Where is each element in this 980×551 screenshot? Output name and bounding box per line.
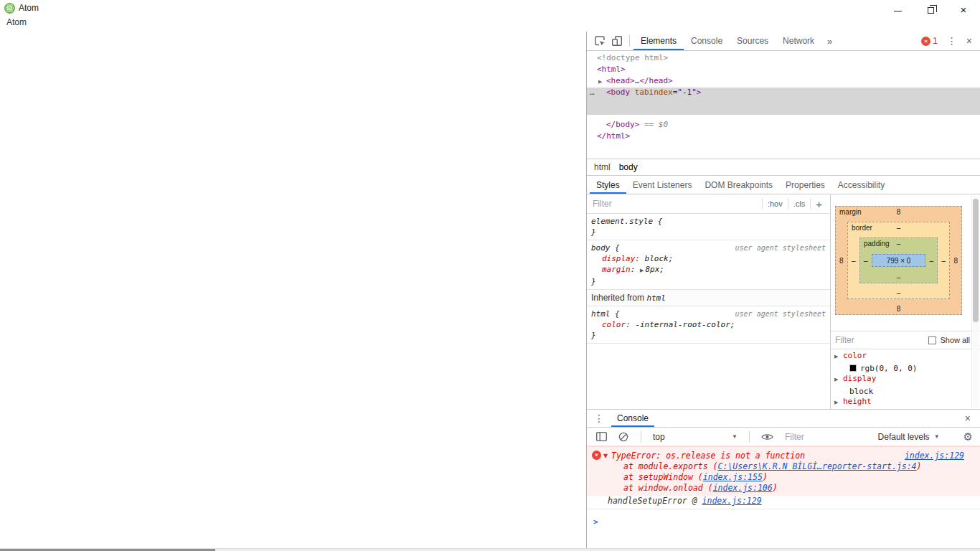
rule-selector[interactable]: html { (591, 309, 620, 319)
box-model-padding[interactable]: padding – – – – 799 × 0 (859, 237, 938, 283)
dom-node[interactable]: <!doctype html> (587, 53, 980, 65)
stack-frame-link[interactable]: index.js:106 (713, 483, 773, 493)
margin-bottom-value[interactable]: 8 (836, 305, 961, 313)
code-token: </head> (639, 76, 672, 85)
stack-frame-text: ) (773, 483, 778, 493)
rule-selector[interactable]: element.style { (591, 216, 662, 227)
log-levels-dropdown[interactable]: Default levels ▼ (878, 432, 958, 442)
expand-arrow-icon[interactable]: ▶ (834, 377, 838, 382)
box-model-content[interactable]: 799 × 0 (872, 254, 925, 267)
expand-arrow-icon[interactable]: ▶ (834, 400, 838, 405)
css-property[interactable]: display: block; (591, 253, 827, 264)
margin-right-value[interactable]: 8 (953, 257, 958, 265)
new-style-rule-button[interactable]: + (810, 198, 829, 209)
stylesheet-origin: user agent stylesheet (735, 309, 827, 319)
devtools-tab-network[interactable]: Network (776, 32, 821, 50)
border-bottom-value[interactable]: – (848, 289, 949, 297)
error-message: TypeError: os.release is not a function (611, 451, 805, 461)
css-property[interactable]: margin: ▶8px; (591, 264, 827, 276)
window-controls: × (881, 0, 980, 19)
dom-node[interactable]: <html> (587, 65, 980, 76)
error-source-link[interactable]: index.js:129 (905, 450, 964, 461)
kebab-menu-icon[interactable]: ⋮ (947, 35, 957, 47)
devtools-tab-elements[interactable]: Elements (633, 32, 684, 50)
expand-arrow-icon[interactable]: ▶ (640, 268, 644, 273)
device-toolbar-button[interactable] (608, 32, 626, 50)
computed-filter-input[interactable] (835, 335, 928, 345)
console-drawer-tab[interactable]: Console (611, 410, 654, 427)
devtools-close-icon[interactable]: × (966, 35, 972, 47)
error-message-row[interactable]: × ▼ TypeError: os.release is not a funct… (587, 450, 980, 461)
devtools-tab-sources[interactable]: Sources (730, 32, 776, 50)
border-top-value[interactable]: – (848, 224, 949, 232)
stack-frame-text: ) (763, 472, 768, 482)
code-token: <body (606, 88, 630, 97)
stack-frame-link[interactable]: index.js:155 (703, 472, 763, 482)
padding-right-value[interactable]: – (929, 257, 933, 265)
expand-caret-icon[interactable]: ▼ (603, 451, 608, 462)
pseudo-state-toggle[interactable]: :hov (762, 198, 788, 209)
code-token: <head> (606, 76, 635, 85)
class-toggle[interactable]: .cls (788, 198, 811, 209)
clear-console-icon[interactable] (615, 428, 632, 446)
expand-arrow-icon[interactable]: ▶ (834, 354, 838, 359)
dom-node-selected[interactable]: …<body tabindex="-1"> (587, 88, 980, 115)
console-settings-gear-icon[interactable]: ⚙ (963, 430, 974, 443)
padding-top-value[interactable]: – (860, 240, 937, 248)
close-button[interactable]: × (947, 0, 980, 19)
stack-frame-link[interactable]: C:\Users\K.R.N BİLGİ…reporter-start.js:4 (718, 461, 917, 471)
error-icon: × (592, 451, 601, 460)
border-right-value[interactable]: – (941, 257, 946, 265)
rule-selector[interactable]: body { (591, 242, 620, 253)
inspect-element-button[interactable] (591, 32, 608, 50)
padding-left-value[interactable]: – (864, 257, 868, 265)
code-token: </body> (606, 120, 639, 129)
dom-node[interactable]: </html> (587, 131, 980, 143)
box-model-margin[interactable]: margin 8 8 8 8 border – – – – padding – (835, 206, 962, 315)
console-kebab-menu-icon[interactable]: ⋮ (587, 413, 611, 424)
more-tabs-button[interactable]: » (821, 36, 838, 47)
console-prompt[interactable]: > (587, 509, 980, 527)
breadcrumb-body[interactable]: body (615, 162, 642, 172)
margin-left-value[interactable]: 8 (839, 257, 844, 265)
error-count-badge[interactable]: × 1 (921, 36, 938, 46)
computed-value-text: block (849, 387, 873, 396)
tab-accessibility[interactable]: Accessibility (831, 176, 891, 194)
devtools-tab-console[interactable]: Console (684, 32, 730, 50)
breadcrumb-html[interactable]: html (590, 162, 615, 172)
dom-node[interactable]: ▶<head>…</head> (587, 76, 980, 88)
eye-icon[interactable] (758, 428, 776, 446)
tab-styles[interactable]: Styles (590, 176, 626, 194)
scrollbar-thumb[interactable] (973, 199, 979, 322)
show-all-checkbox[interactable] (928, 336, 936, 344)
console-filter-input[interactable] (785, 432, 873, 442)
tab-dom-breakpoints[interactable]: DOM Breakpoints (698, 176, 779, 194)
menu-item-atom[interactable]: Atom (6, 17, 27, 27)
computed-property-display[interactable]: ▶display (831, 374, 971, 385)
box-model-diagram: margin 8 8 8 8 border – – – – padding – (835, 206, 962, 315)
sidebar-scrollbar[interactable] (971, 196, 979, 408)
maximize-button[interactable] (914, 0, 947, 19)
tab-event-listeners[interactable]: Event Listeners (626, 176, 699, 194)
margin-top-value[interactable]: 8 (836, 208, 961, 216)
console-sidebar-toggle-icon[interactable] (593, 428, 610, 446)
horizontal-scrollbar[interactable] (0, 548, 980, 551)
computed-property-color[interactable]: ▶color (831, 351, 971, 362)
chevron-down-icon: ▼ (732, 433, 738, 440)
code-token: tabindex (630, 88, 673, 97)
styles-filter-input[interactable] (593, 199, 762, 209)
minimize-button[interactable] (881, 0, 914, 19)
computed-property-height[interactable]: ▶height (831, 397, 971, 408)
execution-context-selector[interactable]: top ▼ (650, 432, 740, 442)
styles-filter-row: :hov .cls + (587, 194, 830, 214)
border-left-value[interactable]: – (852, 257, 856, 265)
inherited-from-link[interactable]: html (646, 293, 666, 303)
console-close-icon[interactable]: × (965, 413, 980, 424)
tab-properties[interactable]: Properties (779, 176, 831, 194)
css-property[interactable]: color: -internal-root-color; (591, 319, 827, 330)
padding-bottom-value[interactable]: – (860, 273, 937, 281)
expand-arrow-icon[interactable]: ▶ (598, 79, 602, 85)
dom-node[interactable]: </body> == $0 (587, 120, 980, 131)
handler-link[interactable]: index.js:129 (702, 496, 762, 506)
box-model-border[interactable]: border – – – – padding – – – – 799 × 0 (847, 222, 950, 299)
